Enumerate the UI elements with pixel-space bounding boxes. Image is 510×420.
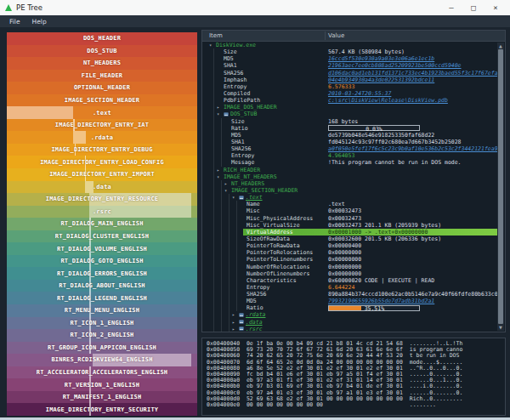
tree-item-label[interactable]: Entropy (246, 284, 269, 291)
tree-item-label[interactable]: VirtualAddress (246, 229, 293, 236)
tree-item-label[interactable]: IMAGE_DOS_HEADER (224, 104, 277, 111)
tree-row[interactable]: PdbFilePathc:\src\DiskView\Release\DiskV… (202, 97, 497, 104)
tree-item-label[interactable]: Compiled (224, 90, 250, 97)
tree-row[interactable]: SHA256a0f050e5fef17f6c5c23c9b0af10e536b2… (202, 145, 497, 152)
tree-row[interactable]: ▾DiskView.exe (202, 42, 497, 48)
chevron-right-icon[interactable]: ▸ (232, 311, 235, 318)
tree-item-label[interactable]: MD5 (231, 132, 241, 139)
tree-row[interactable]: MD579932190655926b55de7d7adb31bd2a1 (202, 298, 497, 304)
tree-row[interactable]: Misc0x00032473 (202, 207, 497, 214)
map-item[interactable]: BINRES_RCDISKVIEW64_ENGLISH (7, 354, 197, 366)
tree-row[interactable]: Imphash04e4b934930a4a3de022531392bdce11 (202, 77, 497, 83)
tree-item-value[interactable]: 04e4b934930a4a3de022531392bdce11 (328, 77, 434, 83)
map-item[interactable]: .text (7, 106, 197, 119)
tree-item-label[interactable]: PointerToRawData (246, 242, 300, 249)
map-item[interactable]: RT_MENU_MENU_ENGLISH (7, 304, 197, 317)
tree-item-label[interactable]: .text (246, 194, 263, 201)
scroll-down-icon[interactable]: ▼ (497, 324, 504, 331)
map-item[interactable]: RT_GROUP_ICON_APPICON_ENGLISH (7, 342, 197, 355)
close-button[interactable]: × (484, 0, 507, 15)
tree-item-label[interactable]: .rsrc (246, 326, 263, 332)
tree-row[interactable]: SHA256890a884b374cccd100e62ac0b5146e7a9c… (202, 291, 497, 298)
tree-row[interactable]: SHA121963aec7ee0cb808ad25209923be500ccd5… (202, 62, 497, 69)
tree-item-label[interactable]: DiskView.exe (216, 42, 256, 48)
column-value-label[interactable]: Value (328, 32, 344, 39)
tree-row[interactable]: SHA256d106dac0ad1eb131fd1371c733ec4b1923… (202, 70, 497, 77)
map-item[interactable]: RT_ICON_2_ENGLISH (7, 329, 197, 342)
map-item[interactable]: OPTIONAL_HEADER (7, 82, 197, 94)
tree-item-label[interactable]: IMAGE_SECTION_HEADER (231, 187, 298, 194)
tree-item-label[interactable]: Size (231, 118, 245, 125)
tree-item-value[interactable]: c:\src\DiskView\Release\DiskView.pdb (328, 97, 448, 104)
map-item[interactable]: RT_DIALOG_VOLUME_ENGLISH (7, 242, 197, 255)
tree-item-label[interactable]: PointerToRelocations (246, 249, 313, 256)
tree-item-label[interactable]: NT_HEADERS (231, 180, 264, 187)
map-item[interactable]: RT_DIALOG_ERRORS_ENGLISH (7, 267, 197, 280)
tree-row[interactable]: MD5de5739b048e546e918253350faf68d22 (202, 132, 497, 139)
tree-item-label[interactable]: SHA256 (246, 291, 266, 298)
tree-row[interactable]: NumberOfLinenumbers0x00000000 (202, 270, 497, 277)
tree-row[interactable]: SHA1fd045124c93c97ff02c680ea7d667b3452b2… (202, 139, 497, 145)
tree-item-label[interactable]: MD5 (224, 55, 234, 62)
tree-row[interactable]: Entropy6.576333 (202, 83, 497, 90)
tree-item-label[interactable]: Ratio (246, 304, 264, 311)
tree-item-label[interactable]: Misc_PhysicalAddress (246, 215, 313, 222)
chevron-down-icon[interactable]: ▾ (224, 187, 227, 194)
tree-item-value[interactable]: 16ccd5f530e930a9a03e3e06a6e1ec1b (328, 55, 434, 62)
map-item[interactable]: IMAGE_DIRECTORY_ENTRY_SECURITY (7, 403, 197, 416)
tree-row[interactable]: PointerToRelocations0x00000000 (202, 249, 497, 256)
tree-row[interactable]: Misc_PhysicalAddress0x00032473 (202, 215, 497, 222)
map-item[interactable]: RT_VERSION_1_ENGLISH (7, 378, 197, 391)
tree-item-label[interactable]: PointerToLinenumbers (246, 256, 313, 263)
tree-row[interactable]: Ratio35.51% (202, 304, 497, 311)
tree-row[interactable]: ▸.data (202, 319, 497, 326)
menu-help[interactable]: Help (26, 18, 53, 26)
chevron-down-icon[interactable]: ▾ (209, 42, 212, 48)
tree-item-label[interactable]: Misc_VirtualSize (246, 222, 300, 229)
chevron-right-icon[interactable]: ▸ (217, 167, 219, 173)
chevron-down-icon[interactable]: ▾ (217, 111, 219, 117)
tree-row[interactable]: MD516ccd5f530e930a9a03e3e06a6e1ec1b (202, 55, 497, 62)
chevron-down-icon[interactable]: ▾ (232, 194, 235, 201)
map-item[interactable]: .data (7, 181, 197, 194)
maximize-button[interactable]: □ (462, 0, 484, 15)
tree-row[interactable]: ▸NT_HEADERS (202, 180, 497, 187)
tree-item-label[interactable]: Imphash (224, 77, 246, 83)
tree-item-label[interactable]: .data (246, 319, 263, 326)
tree-row[interactable]: ▾.text (202, 194, 497, 201)
tree-row[interactable]: ▾DOS_STUB (202, 111, 497, 117)
chevron-right-icon[interactable]: ▸ (224, 180, 227, 187)
tree-item-label[interactable]: PdbFilePath (224, 97, 260, 104)
tree-row[interactable]: Message!This program cannot be run in DO… (202, 159, 497, 166)
tree-row[interactable]: Size567.4 KB (580984 bytes) (202, 48, 497, 55)
map-item[interactable]: IMAGE_DIRECTORY_ENTRY_LOAD_CONFIG (7, 156, 197, 168)
map-item[interactable]: .rdata (7, 131, 197, 144)
tree-item-label[interactable]: Ratio (231, 125, 248, 132)
tree-item-label[interactable]: Name (246, 201, 260, 207)
tree-item-label[interactable]: Misc (246, 207, 260, 214)
tree-row[interactable]: PointerToLinenumbers0x00000000 (202, 256, 497, 263)
tree-row[interactable]: ▸IMAGE_DOS_HEADER (202, 104, 497, 111)
tree-item-label[interactable]: NumberOfLinenumbers (246, 270, 309, 277)
tree-item-label[interactable]: DOS_STUB (230, 111, 257, 117)
chevron-right-icon[interactable]: ▸ (217, 104, 219, 111)
tree-item-label[interactable]: NumberOfRelocations (246, 264, 309, 270)
tree-item-value[interactable]: 21963aec7ee0cb808ad25209923be500ccd5940e (328, 62, 462, 69)
tree-item-label[interactable]: SHA1 (224, 62, 237, 69)
map-item[interactable]: RT_DIALOG_LEGEND_ENGLISH (7, 292, 197, 304)
map-item[interactable]: IMAGE_DIRECTORY_ENTRY_IAT (7, 119, 197, 132)
scroll-up-icon[interactable]: ▲ (497, 43, 504, 49)
tree-item-label[interactable]: Message (231, 159, 254, 166)
tree-row[interactable]: Entropy4.964053 (202, 152, 497, 159)
tree-item-label[interactable]: SizeOfRawData (246, 236, 290, 242)
tree-item-label[interactable]: Characteristics (246, 277, 297, 284)
map-item[interactable]: IMAGE_DIRECTORY_ENTRY_DEBUG (7, 144, 197, 156)
tree-item-label[interactable]: Entropy (231, 152, 254, 159)
column-item-label[interactable]: Item (209, 32, 223, 39)
map-item[interactable]: IMAGE_DIRECTORY_ENTRY_IMPORT (7, 168, 197, 181)
map-item[interactable]: .rsrc (7, 206, 197, 219)
tree-item-label[interactable]: IMAGE_NT_HEADERS (224, 173, 277, 180)
map-item[interactable]: NT_HEADERS (7, 57, 197, 70)
hex-dump-panel[interactable]: 0x00400040 0e 1f ba 0e 00 b4 09 cd 21 b8… (201, 338, 506, 416)
tree-row[interactable]: Compiled2010-03-24T20:55:37 (202, 90, 497, 97)
